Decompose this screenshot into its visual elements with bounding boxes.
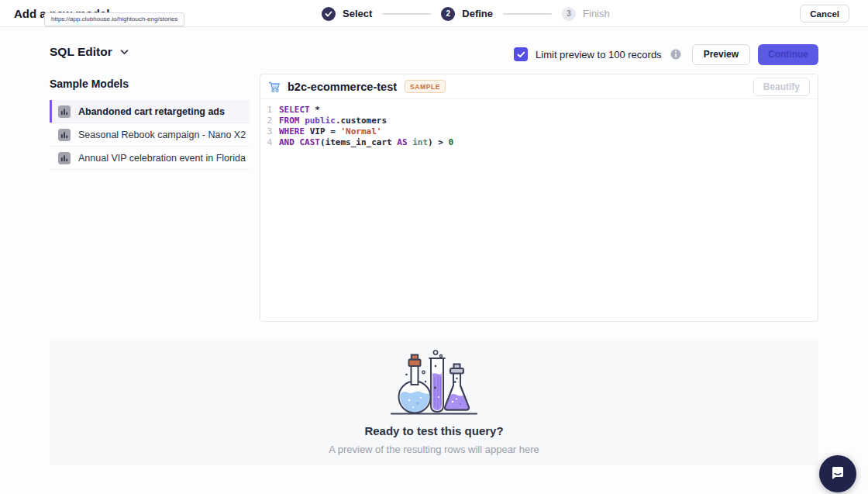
code-text: WHERE VIP = 'Normal': [279, 126, 381, 137]
step-finish-label: Finish: [583, 8, 610, 19]
sql-editor-dropdown[interactable]: SQL Editor: [50, 45, 129, 59]
sample-model-label: Seasonal Rebook campaign - Nano X2: [78, 130, 246, 140]
beautify-button[interactable]: Beautify: [753, 78, 810, 96]
preview-empty-state: Ready to test this query? A preview of t…: [50, 339, 818, 465]
preview-button[interactable]: Preview: [692, 44, 750, 65]
step-finish: 3 Finish: [562, 7, 610, 21]
preview-toolbar: Limit preview to 100 records Preview Con…: [514, 43, 818, 65]
code-line: 2FROM public.customers: [260, 116, 818, 126]
bar-chart-icon: [58, 152, 71, 164]
sample-model-label: Annual VIP celebration event in Florida: [78, 153, 246, 164]
cancel-button[interactable]: Cancel: [800, 5, 849, 22]
line-number: 1: [260, 105, 279, 116]
sample-models-title: Sample Models: [50, 78, 250, 90]
sql-code-editor[interactable]: 1SELECT *2FROM public.customers3WHERE VI…: [260, 99, 818, 148]
chat-launcher-button[interactable]: [819, 455, 856, 492]
step-select-label: Select: [343, 8, 372, 19]
bar-chart-icon: [58, 129, 71, 141]
sample-model-label: Abandoned cart retargeting ads: [78, 106, 225, 117]
info-icon[interactable]: [670, 49, 681, 60]
sql-editor-panel: b2c-ecommerce-test SAMPLE Beautify 1SELE…: [260, 74, 818, 322]
stepper-connector: [503, 13, 552, 15]
model-name: b2c-ecommerce-test: [288, 81, 397, 93]
sql-editor-label: SQL Editor: [50, 45, 112, 59]
sql-panel-header: b2c-ecommerce-test SAMPLE Beautify: [260, 74, 818, 99]
lab-flasks-illustration: [385, 349, 483, 417]
empty-state-title: Ready to test this query?: [364, 424, 503, 437]
limit-preview-checkbox[interactable]: [514, 47, 528, 61]
shopping-cart-icon: [268, 81, 281, 93]
sample-models-list: Abandoned cart retargeting ads Seasonal …: [50, 100, 250, 170]
line-number: 2: [260, 116, 279, 126]
chevron-down-icon: [120, 50, 129, 55]
step-3-number: 3: [562, 7, 576, 21]
code-line: 4AND CAST(items_in_cart AS int) > 0: [260, 137, 818, 148]
chat-bubble-icon: [828, 465, 847, 483]
code-text: SELECT *: [279, 105, 320, 116]
line-number: 3: [260, 126, 279, 137]
step-2-number: 2: [441, 7, 455, 21]
sample-model-item[interactable]: Annual VIP celebration event in Florida: [50, 147, 250, 170]
stepper: Select 2 Define 3 Finish: [322, 0, 610, 27]
sample-badge: SAMPLE: [405, 80, 446, 93]
step-define[interactable]: 2 Define: [441, 7, 493, 21]
link-url-tooltip: https://app.clubhouse.io/hightouch-eng/s…: [44, 12, 184, 26]
code-line: 1SELECT *: [260, 105, 818, 116]
code-text: AND CAST(items_in_cart AS int) > 0: [279, 137, 453, 148]
step-define-label: Define: [462, 8, 493, 19]
sample-model-item[interactable]: Abandoned cart retargeting ads: [50, 100, 250, 123]
sample-models-sidebar: Sample Models Abandoned cart retargeting…: [50, 78, 250, 170]
check-icon: [322, 7, 336, 21]
bar-chart-icon: [58, 105, 71, 118]
step-select[interactable]: Select: [322, 7, 372, 21]
continue-button[interactable]: Continue: [758, 44, 818, 65]
line-number: 4: [260, 137, 279, 148]
empty-state-subtitle: A preview of the resulting rows will app…: [329, 444, 539, 455]
stepper-connector: [382, 13, 431, 15]
sample-model-item[interactable]: Seasonal Rebook campaign - Nano X2: [50, 123, 250, 147]
code-line: 3WHERE VIP = 'Normal': [260, 126, 818, 137]
limit-preview-label: Limit preview to 100 records: [536, 49, 662, 60]
code-text: FROM public.customers: [279, 116, 387, 126]
